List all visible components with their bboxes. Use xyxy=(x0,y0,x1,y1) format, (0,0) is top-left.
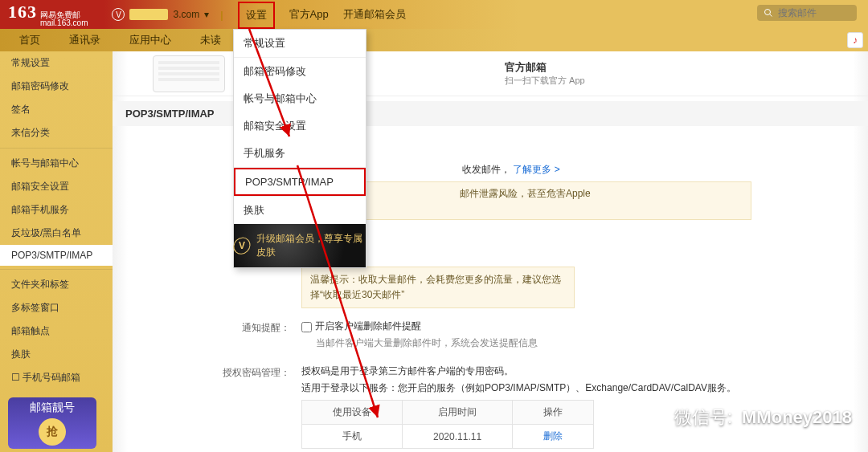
vip-icon: V xyxy=(230,234,253,257)
user-email-mask xyxy=(129,9,168,20)
watermark-label: 微信号: xyxy=(674,405,732,430)
ditem-pop3[interactable]: POP3/SMTP/IMAP xyxy=(234,168,366,196)
sidebar-item-phone-mail[interactable]: ☐ 手机号码邮箱 xyxy=(0,366,113,389)
topnav-vip[interactable]: 开通邮箱会员 xyxy=(343,7,406,22)
sidebar-item-spam[interactable]: 反垃圾/黑白名单 xyxy=(0,222,113,245)
chk-notify-text: 开启客户端删除邮件提醒 xyxy=(315,320,421,332)
download-title: 官方邮箱 xyxy=(505,60,585,75)
music-button[interactable]: ♪ xyxy=(847,32,863,48)
ditem-skin[interactable]: 换肤 xyxy=(234,197,366,224)
promo-badge: 抢 xyxy=(39,418,66,446)
row-notify: 通知提醒： 开启客户端删除邮件提醒 当邮件客户端大量删除邮件时，系统会发送提醒信… xyxy=(113,312,868,356)
row-receive: 收取选项： 收取 收取 温馨提示：收取大量邮件，会耗费您更多的流量，建议您选择“… xyxy=(113,223,868,312)
label-notify: 通知提醒： xyxy=(113,320,301,335)
table-row: 手机 2020.11.11 删除 xyxy=(302,425,594,449)
settings-dropdown: 常规设置 邮箱密码修改 帐号与邮箱中心 邮箱安全设置 手机服务 POP3/SMT… xyxy=(233,29,366,268)
ditem-security[interactable]: 邮箱安全设置 xyxy=(234,112,366,140)
brand-logo: 163 网易免费邮 mail.163.com xyxy=(0,2,88,27)
sidebar-item-general[interactable]: 常规设置 xyxy=(0,51,113,75)
th-device: 使用设备 xyxy=(302,401,403,425)
user-dropdown-icon[interactable]: ▾ xyxy=(204,9,209,20)
sidebar-item-security[interactable]: 邮箱安全设置 xyxy=(0,175,113,198)
sidebar-promo[interactable]: 邮箱靓号 抢 xyxy=(8,397,96,449)
sidebar-item-skin[interactable]: 换肤 xyxy=(0,343,113,366)
promo-title: 邮箱靓号 xyxy=(30,401,75,415)
sidebar-item-password[interactable]: 邮箱密码修改 xyxy=(0,75,113,98)
app-download-strip: 官方邮箱 扫一扫下载官方 App xyxy=(113,51,868,96)
td-time: 2020.11.11 xyxy=(403,425,513,449)
delete-link[interactable]: 删除 xyxy=(543,430,563,442)
sidebar-item-filter[interactable]: 来信分类 xyxy=(0,121,113,145)
tab-appcenter[interactable]: 应用中心 xyxy=(115,28,186,52)
sidebar-item-multitab[interactable]: 多标签窗口 xyxy=(0,296,113,320)
sidebar-item-folders[interactable]: 文件夹和标签 xyxy=(0,273,113,296)
th-op: 操作 xyxy=(513,401,594,425)
watermark-id: MMoney2018 xyxy=(742,407,852,428)
svg-point-5 xyxy=(652,415,657,421)
topnav-links: | 设置 官方App 开通邮箱会员 xyxy=(220,0,406,29)
vip-badge-icon: V xyxy=(112,8,125,21)
enable-line2: POP3/S xyxy=(301,149,868,160)
td-device: 手机 xyxy=(302,425,403,449)
brand-domain: mail.163.com xyxy=(40,19,88,27)
vip-banner-text: 升级邮箱会员，尊享专属皮肤 xyxy=(256,232,366,259)
ditem-account[interactable]: 帐号与邮箱中心 xyxy=(234,85,366,112)
tab-home[interactable]: 首页 xyxy=(5,28,55,52)
tip-enable: 温馨提邮件泄露风险，甚至危害Apple 害App xyxy=(301,181,751,220)
sidebar-item-sign[interactable]: 签名 xyxy=(0,98,113,121)
enable-line3: POP3/S 收发邮件， 了解更多 > xyxy=(301,163,868,177)
row-auth: 授权密码管理： 授权码是用于登录第三方邮件客户端的专用密码。 适用于登录以下服务… xyxy=(113,356,868,452)
auth-table: 使用设备 启用时间 操作 手机 2020.11.11 删除 xyxy=(301,400,594,449)
download-sub: 扫一扫下载官方 App xyxy=(505,75,585,87)
enable-line1: IMAP/S xyxy=(301,134,868,145)
tip-receive: 温馨提示：收取大量邮件，会耗费您更多的流量，建议您选择“收取最近30天邮件” xyxy=(301,267,575,308)
learn-more-link[interactable]: 了解更多 > xyxy=(513,164,559,175)
top-bar: 163 网易免费邮 mail.163.com V 3.com ▾ | 设置 官方… xyxy=(0,0,868,29)
user-area[interactable]: V 3.com ▾ xyxy=(112,8,209,21)
tab-contacts[interactable]: 通讯录 xyxy=(55,28,115,52)
content-panel: 官方邮箱 扫一扫下载官方 App POP3/SMTP/IMAP 开启服务： IM… xyxy=(113,51,868,452)
logo-163: 163 xyxy=(8,2,37,22)
auth-desc2: 适用于登录以下服务：您开启的服务（例如POP3/IMAP/SMTP）、Excha… xyxy=(301,381,868,395)
search-icon xyxy=(764,8,773,18)
sidebar-item-pop3[interactable]: POP3/SMTP/IMAP xyxy=(0,245,113,266)
user-email-tail: 3.com xyxy=(173,9,199,20)
topnav-settings[interactable]: 设置 xyxy=(238,2,275,29)
search-input[interactable] xyxy=(778,7,850,18)
section-title: POP3/SMTP/IMAP xyxy=(113,101,868,126)
watermark: 微信号: MMoney2018 xyxy=(641,405,852,430)
settings-sidebar: 常规设置 邮箱密码修改 签名 来信分类 帐号与邮箱中心 邮箱安全设置 邮箱手机服… xyxy=(0,51,113,452)
auth-desc1: 授权码是用于登录第三方邮件客户端的专用密码。 xyxy=(301,364,868,378)
notify-desc: 当邮件客户端大量删除邮件时，系统会发送提醒信息 xyxy=(301,336,868,350)
download-info: 官方邮箱 扫一扫下载官方 App xyxy=(505,60,585,87)
svg-point-0 xyxy=(765,10,771,15)
ditem-mobile[interactable]: 手机服务 xyxy=(234,140,366,167)
svg-line-1 xyxy=(770,14,772,17)
th-time: 启用时间 xyxy=(403,401,513,425)
phone-thumb xyxy=(153,55,225,92)
topnav-app[interactable]: 官方App xyxy=(289,7,329,22)
chk-notify[interactable] xyxy=(301,322,312,332)
tab-inbox[interactable]: 未读 xyxy=(186,28,235,52)
sidebar-item-mobile[interactable]: 邮箱手机服务 xyxy=(0,198,113,222)
search-box[interactable] xyxy=(757,5,857,21)
row-enable-service: 开启服务： IMAP/S POP3/S POP3/S 收发邮件， 了解更多 > … xyxy=(113,126,868,223)
tab-strip: 首页 通讯录 应用中心 未读 xyxy=(0,29,868,51)
sidebar-item-account[interactable]: 帐号与邮箱中心 xyxy=(0,152,113,175)
label-auth: 授权密码管理： xyxy=(113,364,301,380)
logo-sub: 网易免费邮 mail.163.com xyxy=(40,11,88,27)
body: 常规设置 邮箱密码修改 签名 来信分类 帐号与邮箱中心 邮箱安全设置 邮箱手机服… xyxy=(0,51,868,452)
sidebar-item-touch[interactable]: 邮箱触点 xyxy=(0,320,113,343)
vip-banner[interactable]: V 升级邮箱会员，尊享专属皮肤 xyxy=(234,224,366,267)
ditem-general[interactable]: 常规设置 xyxy=(234,30,366,57)
ditem-password[interactable]: 邮箱密码修改 xyxy=(234,58,366,85)
wechat-icon xyxy=(641,405,665,430)
